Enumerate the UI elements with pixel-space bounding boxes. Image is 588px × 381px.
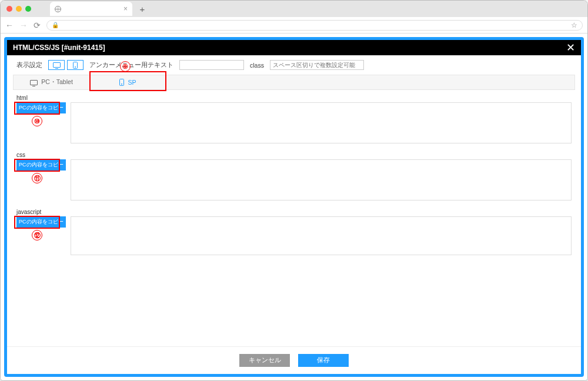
- section-css: css PCの内容をコピー ⑪: [16, 152, 572, 200]
- desktop-icon: [30, 80, 38, 85]
- class-label: class: [250, 62, 264, 69]
- device-tabs: PC・Tablet SP: [13, 75, 575, 90]
- tab-sp[interactable]: SP: [90, 75, 166, 89]
- tabs-wrap: PC・Tablet SP ⑨: [7, 75, 581, 92]
- modal-footer: キャンセル 保存: [7, 346, 581, 374]
- js-textarea[interactable]: [71, 216, 572, 255]
- modal-title: HTML/CSS/JS [#unit-91415]: [13, 44, 105, 52]
- smartphone-icon: [119, 79, 124, 86]
- globe-icon: [55, 6, 61, 12]
- display-sp-toggle[interactable]: [67, 60, 83, 70]
- tab-pc[interactable]: PC・Tablet: [14, 75, 90, 89]
- forward-button[interactable]: →: [19, 21, 28, 29]
- bookmark-icon[interactable]: ☆: [571, 21, 577, 29]
- css-textarea[interactable]: [71, 159, 572, 200]
- close-window-dot[interactable]: [6, 6, 12, 12]
- tab-sp-label: SP: [128, 79, 136, 86]
- tab-close-icon[interactable]: ×: [123, 5, 128, 13]
- close-icon[interactable]: ✕: [566, 42, 575, 53]
- display-pc-toggle[interactable]: [48, 60, 65, 70]
- tab-bar: × +: [1, 1, 587, 17]
- anchor-input[interactable]: [179, 60, 244, 70]
- new-tab-button[interactable]: +: [136, 2, 149, 15]
- display-toggle: [48, 60, 83, 70]
- maximize-window-dot[interactable]: [25, 6, 31, 12]
- copy-pc-button-js[interactable]: PCの内容をコピー: [16, 216, 66, 228]
- code-sections: html PCの内容をコピー ⑩ css PCの内容をコピー ⑪: [7, 92, 581, 346]
- url-bar[interactable]: 🔒 ☆: [46, 20, 583, 31]
- section-html: html PCの内容をコピー ⑩: [16, 95, 572, 143]
- back-button[interactable]: ←: [5, 21, 14, 29]
- lock-icon: 🔒: [52, 22, 59, 28]
- section-label-css: css: [16, 152, 572, 158]
- modal-frame: HTML/CSS/JS [#unit-91415] ✕ 表示設定 アンカーメニュ…: [4, 37, 584, 377]
- anchor-label: アンカーメニュー用テキスト: [89, 61, 173, 69]
- desktop-icon: [53, 62, 61, 68]
- browser-window: × + ← → ⟳ 🔒 ☆ HTML/CSS/JS [#unit-91415] …: [0, 0, 588, 381]
- cancel-button[interactable]: キャンセル: [239, 354, 290, 367]
- reload-button[interactable]: ⟳: [34, 21, 41, 29]
- browser-tab[interactable]: ×: [50, 2, 132, 16]
- copy-pc-button-html[interactable]: PCの内容をコピー: [16, 102, 66, 113]
- section-js: javascript PCの内容をコピー ⑫: [16, 209, 572, 255]
- section-label-html: html: [16, 95, 572, 101]
- copy-pc-button-css[interactable]: PCの内容をコピー: [16, 159, 66, 171]
- page-stage: HTML/CSS/JS [#unit-91415] ✕ 表示設定 アンカーメニュ…: [1, 34, 587, 380]
- html-textarea[interactable]: [71, 102, 572, 143]
- modal-header: HTML/CSS/JS [#unit-91415] ✕: [7, 40, 581, 55]
- nav-bar: ← → ⟳ 🔒 ☆: [1, 17, 587, 34]
- settings-row: 表示設定 アンカーメニュー用テキスト class: [7, 55, 581, 75]
- minimize-window-dot[interactable]: [16, 6, 22, 12]
- class-input[interactable]: [270, 60, 364, 70]
- smartphone-icon: [73, 62, 78, 69]
- section-label-js: javascript: [16, 209, 572, 215]
- display-label: 表示設定: [16, 61, 42, 69]
- save-button[interactable]: 保存: [298, 354, 349, 367]
- tab-pc-label: PC・Tablet: [41, 78, 73, 86]
